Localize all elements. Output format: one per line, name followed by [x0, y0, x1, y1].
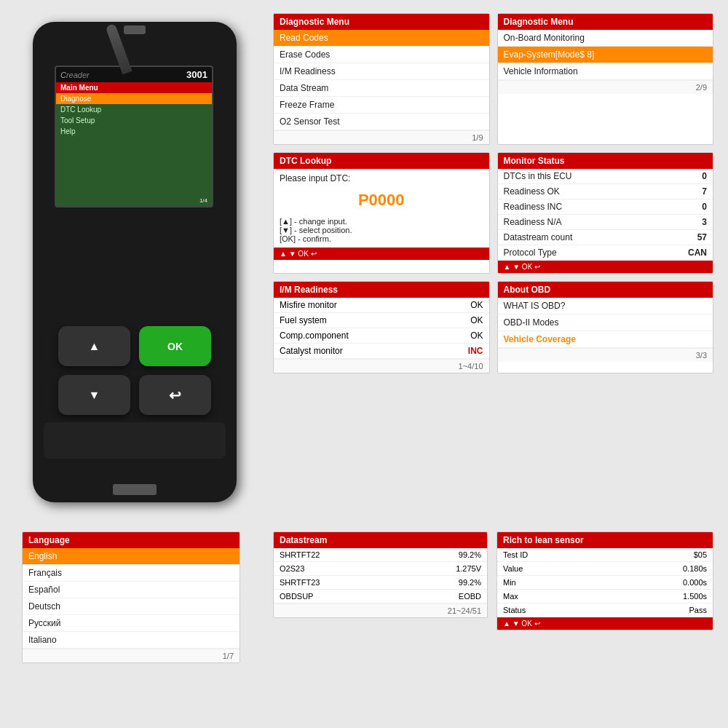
- diagnostic-menu-2-panel: Diagnostic Menu On-Board Monitoring Evap…: [497, 13, 714, 145]
- monitor-controls: ▲ ▼ OK ↩: [504, 263, 541, 271]
- dtc-hint-1: [▲] - change input.: [280, 217, 483, 226]
- sensor-status-label: Status: [503, 606, 526, 614]
- status-row-na: Readiness N/A 3: [498, 215, 713, 230]
- status-proto-label: Protocol Type: [504, 248, 557, 258]
- about-obd-item-coverage[interactable]: Vehicle Coverage: [498, 331, 713, 348]
- datastream-page: 21~24/51: [274, 604, 487, 617]
- status-ds-value: 57: [697, 232, 707, 242]
- lang-english[interactable]: English: [23, 548, 240, 565]
- comp-value: OK: [470, 331, 483, 341]
- im-readiness-panel: I/M Readiness Misfire monitor OK Fuel sy…: [273, 281, 490, 373]
- ds-obdsup-value: EOBD: [459, 592, 481, 601]
- device-buttons: ▲ OK ▼ ↩: [47, 326, 222, 415]
- language-page: 1/7: [23, 649, 240, 662]
- lang-italian[interactable]: Italiano: [23, 632, 240, 649]
- status-dtcs-value: 0: [702, 171, 707, 181]
- ds-row-shrtft22: SHRTFT22 99.2%: [274, 548, 487, 562]
- dtc-prompt: Please input DTC:: [280, 173, 483, 183]
- sensor-testid-label: Test ID: [503, 550, 528, 559]
- sensor-max-label: Max: [503, 592, 518, 601]
- diag-menu-1-item-o2[interactable]: O2 Sensor Test: [274, 114, 489, 130]
- status-ok-value: 7: [702, 186, 707, 197]
- about-obd-panel: About OBD WHAT IS OBD? OBD-II Modes Vehi…: [497, 281, 714, 373]
- dtc-hint-3: [OK] - confirm.: [280, 234, 483, 243]
- catalyst-label: Catalyst monitor: [280, 346, 343, 356]
- language-panel: Language English Français Español Deutsc…: [22, 531, 240, 663]
- monitor-status-panel: Monitor Status DTCs in this ECU 0 Readin…: [497, 152, 714, 274]
- device: Creader 3001 Main Menu Diagnose DTC Look…: [22, 22, 248, 531]
- ds-shrtft23-value: 99.2%: [459, 578, 481, 587]
- diag-menu-2-page: 2/9: [498, 80, 713, 94]
- lang-spanish[interactable]: Español: [23, 582, 240, 598]
- status-inc-value: 0: [702, 202, 707, 212]
- readiness-row-fuel: Fuel system OK: [274, 313, 489, 328]
- dtc-code[interactable]: P0000: [280, 186, 483, 214]
- readiness-row-catalyst: Catalyst monitor INC: [274, 344, 489, 359]
- datastream-panel: Datastream SHRTFT22 99.2% O2S23 1.275V S…: [273, 531, 488, 618]
- status-row-dtcs: DTCs in this ECU 0: [498, 169, 713, 184]
- diag-menu-2-item-monitoring[interactable]: On-Board Monitoring: [498, 30, 713, 47]
- sensor-row-status: Status Pass: [497, 604, 713, 617]
- device-port: [124, 25, 146, 34]
- misfire-label: Misfire monitor: [280, 300, 337, 310]
- readiness-row-comp: Comp.component OK: [274, 328, 489, 344]
- diag-menu-1-item-im[interactable]: I/M Readiness: [274, 63, 489, 80]
- sensor-max-value: 1.500s: [683, 592, 707, 601]
- comp-label: Comp.component: [280, 331, 349, 341]
- sensor-status-value: Pass: [689, 606, 707, 614]
- monitor-footer-bar: ▲ ▼ OK ↩: [498, 261, 713, 273]
- ds-shrtft22-label: SHRTFT22: [280, 550, 320, 559]
- rich-lean-header: Rich to lean sensor: [497, 532, 713, 548]
- status-row-inc: Readiness INC 0: [498, 199, 713, 215]
- ds-obdsup-label: OBDSUP: [280, 592, 313, 601]
- fuel-value: OK: [470, 315, 483, 325]
- diag-menu-2-item-vehicle-info[interactable]: Vehicle Information: [498, 63, 713, 80]
- im-page: 1~4/10: [274, 359, 489, 373]
- rich-lean-footer-bar: ▲ ▼ OK ↩: [497, 617, 713, 630]
- about-obd-page: 3/3: [498, 348, 713, 362]
- ds-o2s23-label: O2S23: [280, 564, 304, 573]
- status-na-label: Readiness N/A: [504, 217, 562, 227]
- ds-shrtft23-label: SHRTFT23: [280, 578, 320, 587]
- diag-menu-1-item-datastream[interactable]: Data Stream: [274, 80, 489, 97]
- about-obd-item-modes[interactable]: OBD-II Modes: [498, 314, 713, 331]
- screen-item-2: Tool Setup: [56, 115, 212, 126]
- diag-menu-1-item-read-codes[interactable]: Read Codes: [274, 30, 489, 47]
- model-number: 3001: [186, 69, 207, 80]
- status-na-value: 3: [702, 217, 707, 227]
- fuel-label: Fuel system: [280, 315, 327, 325]
- device-grip: [44, 422, 226, 459]
- sensor-row-max: Max 1.500s: [497, 590, 713, 604]
- diag-menu-1-item-freeze[interactable]: Freeze Frame: [274, 97, 489, 114]
- status-ok-label: Readiness OK: [504, 186, 560, 197]
- lang-french[interactable]: Français: [23, 565, 240, 582]
- diagnostic-menu-1-panel: Diagnostic Menu Read Codes Erase Codes I…: [273, 13, 490, 145]
- ds-o2s23-value: 1.275V: [456, 564, 481, 573]
- diag-menu-1-header: Diagnostic Menu: [274, 14, 489, 30]
- readiness-row-misfire: Misfire monitor OK: [274, 298, 489, 313]
- dtc-footer-bar: ▲ ▼ OK ↩: [274, 248, 489, 260]
- sensor-value-value: 0.180s: [683, 564, 707, 573]
- diag-menu-1-item-erase[interactable]: Erase Codes: [274, 47, 489, 63]
- lang-russian[interactable]: Русский: [23, 615, 240, 632]
- dtc-header: DTC Lookup: [274, 153, 489, 169]
- status-proto-value: CAN: [688, 248, 707, 258]
- about-obd-item-what[interactable]: WHAT IS OBD?: [498, 298, 713, 314]
- up-button[interactable]: ▲: [58, 326, 130, 366]
- down-button[interactable]: ▼: [58, 375, 130, 415]
- screen-selected-item: Diagnose: [56, 93, 212, 104]
- screen-menu-header: Main Menu: [56, 82, 212, 93]
- diag-menu-2-item-evap[interactable]: Evap-System[Mode$ 8]: [498, 47, 713, 63]
- sensor-min-value: 0.000s: [683, 578, 707, 587]
- back-button[interactable]: ↩: [139, 375, 211, 415]
- lang-german[interactable]: Deutsch: [23, 598, 240, 615]
- sensor-min-label: Min: [503, 578, 516, 587]
- rich-lean-panel: Rich to lean sensor Test ID $05 Value 0.…: [496, 531, 713, 630]
- about-obd-header: About OBD: [498, 282, 713, 298]
- ds-row-obdsup: OBDSUP EOBD: [274, 590, 487, 604]
- dtc-lookup-panel: DTC Lookup Please input DTC: P0000 [▲] -…: [273, 152, 490, 274]
- status-row-ds: Datastream count 57: [498, 230, 713, 245]
- language-header: Language: [23, 532, 240, 548]
- ok-button[interactable]: OK: [139, 326, 211, 366]
- dtc-hint-2: [▼] - select position.: [280, 226, 483, 234]
